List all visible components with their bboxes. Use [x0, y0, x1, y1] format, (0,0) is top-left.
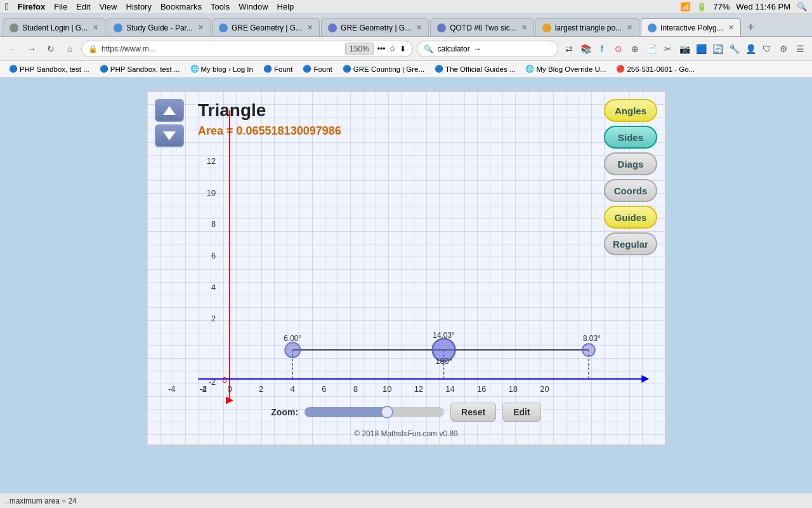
tab-tab3[interactable]: GRE Geometry | G...✕ — [212, 18, 320, 36]
menu-history[interactable]: History — [126, 2, 152, 11]
search-arrow-icon[interactable]: → — [474, 44, 481, 53]
reload-button[interactable]: ↻ — [43, 41, 58, 57]
reader-icon[interactable]: 📄 — [645, 42, 658, 56]
regular-button[interactable]: Regular — [604, 232, 657, 255]
tab-close-button[interactable]: ✕ — [728, 23, 734, 32]
svg-text:2: 2 — [259, 384, 263, 394]
bookmark-item[interactable]: 🔵PHP Sandbox, test ... — [96, 64, 184, 74]
bookmark-star-icon[interactable]: ☆ — [389, 44, 396, 53]
menubar-right: 📶 🔋 77% Wed 11:46 PM 🔍 — [680, 2, 807, 11]
bookmark-item[interactable]: 🌐My blog › Log In — [187, 64, 257, 74]
svg-text:14: 14 — [445, 384, 454, 394]
more-options-icon[interactable]: ••• — [377, 44, 386, 53]
bookmark-label: PHP Sandbox, test ... — [110, 65, 180, 73]
lock-icon: 🔒 — [88, 44, 98, 53]
url-bar[interactable]: 🔒 https://www.m... 150% ••• ☆ ⬇ — [81, 41, 413, 57]
zoom-label: Zoom: — [271, 407, 298, 417]
bookmark-label: My Blog Override U... — [536, 65, 606, 73]
zoom-percent[interactable]: 150% — [345, 43, 374, 55]
down-button[interactable] — [155, 124, 184, 147]
menu-firefox[interactable]: Firefox — [18, 2, 45, 11]
wifi-icon[interactable]: 📶 — [680, 2, 690, 11]
tab-tab5[interactable]: QOTD #6 Two sic...✕ — [430, 18, 534, 36]
sides-button[interactable]: Sides — [604, 126, 657, 149]
menu-file[interactable]: File — [54, 2, 67, 11]
svg-text:10: 10 — [207, 188, 216, 197]
back-button[interactable]: ← — [5, 41, 20, 57]
search-bar[interactable]: 🔍 calculator → — [417, 41, 558, 57]
settings-icon[interactable]: ⚙ — [776, 42, 790, 56]
tab-label: GRE Geometry | G... — [232, 23, 302, 32]
battery-percent: 77% — [713, 2, 730, 11]
camera-icon[interactable]: 📷 — [678, 42, 691, 56]
screenshot-icon[interactable]: ✂ — [661, 42, 675, 56]
refresh-icon[interactable]: 🔄 — [710, 42, 724, 56]
tab-tab1[interactable]: Student Login | G...✕ — [3, 18, 105, 36]
tab-close-button[interactable]: ✕ — [307, 23, 313, 32]
svg-text:-2: -2 — [200, 384, 207, 394]
bookmark-item[interactable]: 🔵PHP Sandbox, test ... — [5, 64, 93, 74]
apple-menu[interactable]:  — [5, 1, 9, 13]
home-button[interactable]: ⌂ — [62, 41, 77, 57]
menu-window[interactable]: Window — [239, 2, 268, 11]
bookmark-item[interactable]: 🔴256-531-0601 - Go... — [612, 64, 698, 74]
up-button[interactable] — [155, 99, 184, 122]
bookmark-item[interactable]: 🔵The Official Guides ... — [431, 64, 519, 74]
menu-hamburger-icon[interactable]: ☰ — [793, 42, 807, 56]
bookmark-item[interactable]: 🔵GRE Counting | Gre... — [339, 64, 428, 74]
edit-button[interactable]: Edit — [502, 403, 540, 422]
zoom-slider[interactable] — [304, 407, 444, 417]
share-icon[interactable]: ⊕ — [628, 42, 642, 56]
tab-label: QOTD #6 Two sic... — [450, 23, 516, 32]
tab-tab2[interactable]: Study Guide - Par...✕ — [107, 18, 211, 36]
bookmark-item[interactable]: 🔵Fount — [299, 64, 336, 74]
bookmark-item[interactable]: 🌐My Blog Override U... — [521, 64, 610, 74]
library-icon[interactable]: 📚 — [579, 42, 593, 56]
tab-close-button[interactable]: ✕ — [93, 23, 98, 32]
user-icon[interactable]: 👤 — [743, 42, 757, 56]
diags-button[interactable]: Diags — [604, 152, 657, 175]
svg-text:18: 18 — [509, 384, 518, 394]
bookmark-label: 256-531-0601 - Go... — [627, 65, 695, 73]
svg-text:4: 4 — [291, 384, 295, 394]
download-icon[interactable]: ⬇ — [400, 44, 406, 53]
bookmark-favicon: 🔵 — [100, 65, 108, 73]
menu-tools[interactable]: Tools — [211, 2, 230, 11]
forward-button[interactable]: → — [24, 41, 39, 57]
angles-button[interactable]: Angles — [604, 99, 657, 122]
bookmark-label: The Official Guides ... — [445, 65, 515, 73]
shield-icon[interactable]: 🛡 — [760, 42, 774, 56]
bookmark-item[interactable]: 🔵Fount — [259, 64, 296, 74]
menu-bookmarks[interactable]: Bookmarks — [160, 2, 202, 11]
menu-help[interactable]: Help — [277, 2, 294, 11]
svg-text:0: 0 — [227, 384, 232, 394]
url-text: https://www.m... — [102, 44, 341, 53]
pocket-icon[interactable]: ⊙ — [612, 42, 625, 56]
guides-button[interactable]: Guides — [604, 206, 657, 229]
menu-edit[interactable]: Edit — [76, 2, 90, 11]
container-icon[interactable]: 🟦 — [694, 42, 708, 56]
tab-close-button[interactable]: ✕ — [198, 23, 204, 32]
tab-label: largest triangle po... — [555, 23, 622, 32]
facebook-icon[interactable]: f — [595, 42, 609, 56]
chart-svg: 12 10 8 6 4 2 -2 -4 0 2 4 6 8 10 12 14 1… — [147, 91, 665, 444]
extensions-icon[interactable]: 🔧 — [727, 42, 741, 56]
tab-favicon — [219, 23, 228, 32]
svg-text:6.00°: 6.00° — [284, 334, 301, 343]
menu-view[interactable]: View — [100, 2, 117, 11]
tab-tab7[interactable]: Interactive Polyg...✕ — [641, 18, 741, 36]
tab-tab4[interactable]: GRE Geometry | G...✕ — [321, 18, 429, 36]
svg-text:180°: 180° — [435, 356, 452, 366]
tab-close-button[interactable]: ✕ — [521, 23, 527, 32]
menu-bar:  Firefox File Edit View History Bookmar… — [0, 0, 812, 14]
tab-close-button[interactable]: ✕ — [627, 23, 632, 32]
coords-button[interactable]: Coords — [604, 179, 657, 202]
tab-label: Study Guide - Par... — [126, 23, 193, 32]
reset-button[interactable]: Reset — [450, 403, 496, 422]
search-icon[interactable]: 🔍 — [797, 2, 807, 11]
new-tab-button[interactable]: + — [742, 18, 760, 36]
tab-tab6[interactable]: largest triangle po...✕ — [535, 18, 639, 36]
sync-icon[interactable]: ⇄ — [562, 42, 576, 56]
tab-close-button[interactable]: ✕ — [416, 23, 422, 32]
tab-bar: Student Login | G...✕Study Guide - Par..… — [0, 14, 812, 37]
